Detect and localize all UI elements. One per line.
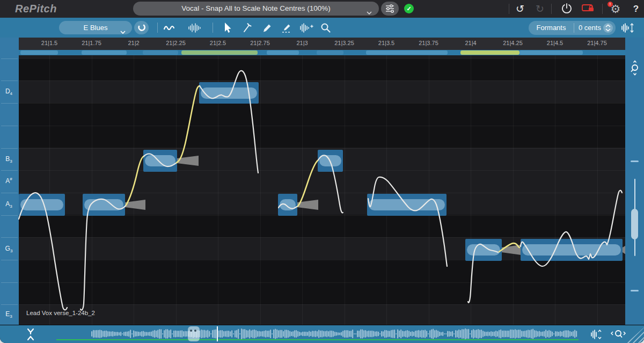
playhead-marker[interactable] (217, 326, 218, 341)
power-button[interactable] (560, 2, 574, 16)
note-block[interactable] (367, 194, 447, 216)
waveform-bar (181, 330, 182, 338)
waveform-bar (476, 330, 477, 338)
waveform-bar (236, 330, 237, 338)
tool-pencil[interactable] (260, 21, 274, 34)
scale-dropdown[interactable]: E Blues (59, 21, 132, 34)
waveform-bar (450, 332, 451, 337)
note-editor-grid[interactable]: Lead Vox verse_1-24b_2 (19, 55, 625, 325)
waveform-bar (495, 331, 496, 337)
fit-vertical-button[interactable] (589, 328, 604, 343)
waveform-bar (99, 330, 100, 338)
clip-name-label: Lead Vox verse_1-24b_2 (26, 310, 95, 316)
waveform-bar (209, 331, 210, 337)
waveform-bar (449, 331, 450, 337)
waveform-bar (463, 329, 464, 339)
note-block[interactable] (318, 150, 343, 172)
vertical-fit-button[interactable] (620, 22, 634, 35)
undo-button[interactable]: ↺ (513, 2, 527, 16)
waveform-bar (305, 332, 306, 336)
tool-zoom[interactable] (319, 21, 333, 34)
waveform-bar (571, 332, 572, 336)
waveform-overview[interactable] (0, 325, 644, 343)
waveform-bar (412, 331, 413, 337)
waveform-bar (141, 331, 142, 337)
waveform-bar (172, 333, 173, 334)
stepper-chevrons-icon[interactable] (603, 23, 613, 33)
waveform-bar (460, 330, 461, 338)
vertical-scroll-strip[interactable] (625, 55, 644, 325)
waveform-bar (355, 333, 356, 334)
lane-separator (1, 59, 18, 59)
waveform-bar (344, 330, 345, 338)
tool-line-pencil[interactable] (280, 21, 294, 34)
waveform-bar (383, 331, 384, 337)
waveform-bar (381, 331, 382, 337)
waveform-bar (103, 331, 104, 337)
preset-settings-button[interactable] (381, 2, 399, 16)
waveform-bar (138, 332, 139, 337)
lane-gridline (19, 59, 625, 59)
note-block[interactable] (19, 194, 65, 216)
help-button[interactable]: ? (629, 2, 643, 16)
note-block[interactable] (278, 194, 297, 216)
horizontal-zoom-button[interactable] (609, 328, 628, 343)
waveform-bar (511, 330, 513, 339)
waveform-bar (553, 333, 554, 334)
waveform-bar (91, 331, 92, 337)
waveform-bar (204, 330, 205, 338)
waveform-bar (119, 332, 120, 335)
note-block[interactable] (465, 239, 502, 261)
retune-button[interactable] (134, 21, 149, 34)
waveform-bar (225, 331, 226, 337)
note-block[interactable] (83, 194, 125, 216)
vertical-slider-handle[interactable] (631, 209, 638, 239)
waveform-bar (167, 329, 168, 339)
waveform-bar (326, 331, 327, 337)
tool-note-pen[interactable] (240, 21, 254, 34)
waveform-bar (173, 331, 174, 338)
note-block[interactable] (199, 82, 259, 104)
beat-gridline (471, 55, 471, 325)
settings-gear-button[interactable]: ⚙ ! (609, 2, 623, 16)
waveform-bar (255, 330, 257, 338)
waveform-bar (117, 332, 118, 335)
note-block[interactable] (521, 239, 623, 261)
overview-note-segment (143, 50, 178, 55)
ruler-tick: 21|1.75 (82, 40, 101, 46)
beat-gridline (134, 55, 134, 325)
license-lock-button[interactable] (581, 2, 595, 16)
waveform-bar (334, 332, 335, 336)
preset-dropdown[interactable]: Vocal - Snap All to Scale Note Centres (… (133, 2, 379, 16)
waveform-bar (241, 329, 242, 339)
waveform-bar (537, 331, 538, 337)
waveform-bar (436, 330, 437, 338)
waveform-bar (302, 332, 303, 337)
note-block[interactable] (143, 150, 177, 172)
waveform-bar (111, 332, 112, 337)
waveform-bar (128, 331, 129, 337)
ruler-tick: 21|3.25 (334, 40, 354, 46)
view-region-handle[interactable] (188, 326, 200, 341)
tool-pointer[interactable] (220, 21, 234, 34)
tool-wave-edit[interactable] (298, 21, 312, 34)
waveform-bar (122, 333, 123, 334)
redo-button[interactable]: ↻ (533, 2, 547, 16)
timeline-ruler[interactable]: 21|1.521|1.7521|221|2.2521|2.521|2.7521|… (19, 38, 625, 50)
pitch-curve-view-toggle[interactable] (163, 21, 177, 34)
waveform-bar (532, 329, 533, 339)
cents-stepper[interactable]: 0 cents (574, 21, 616, 35)
waveform-bar (243, 329, 244, 338)
waveform-bar (373, 331, 374, 337)
waveform-bar (371, 331, 372, 337)
waveform-view-toggle[interactable] (187, 21, 201, 34)
formants-button[interactable]: Formants (529, 21, 574, 35)
beat-gridline (260, 55, 261, 325)
waveform-bar (123, 332, 125, 336)
waveform-bar (276, 330, 277, 338)
notes-overview-strip[interactable] (19, 50, 625, 55)
vertical-zoom-button[interactable] (628, 60, 642, 78)
waveform-bar (154, 330, 155, 338)
waveform-bar (202, 330, 203, 338)
waveform-bar (235, 331, 236, 338)
